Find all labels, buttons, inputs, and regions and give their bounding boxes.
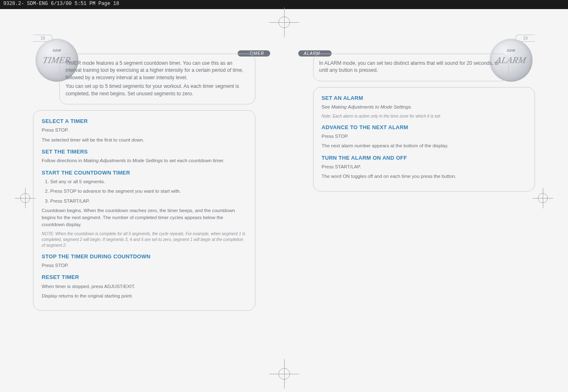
- watch-brand-left: SDM: [52, 49, 61, 52]
- section-title: STOP THE TIMER DURING COUNTDOWN: [42, 253, 247, 261]
- page-spread: 18 TIMER SDM TIMER TIMER mode features a…: [0, 15, 568, 392]
- intro-block-alarm: In ALARM mode, you can set two distinct …: [313, 54, 509, 81]
- text-run-emphasis: Making Adjustments to Mode Settings: [331, 104, 411, 109]
- intro-paragraph: You can set up to 5 timed segments for y…: [66, 83, 249, 97]
- section-title: RESET TIMER: [42, 273, 247, 281]
- body-text: Display returns to the original starting…: [42, 293, 247, 300]
- intro-paragraph: TIMER mode features a 5 segment countdow…: [66, 60, 249, 81]
- section-title: START THE COUNTDOWN TIMER: [42, 169, 247, 177]
- body-text: See Making Adjustments to Mode Settings.: [322, 104, 527, 111]
- step-item: 3. Press START/LAP.: [42, 198, 247, 205]
- page-right: 19 ALARM SDM ALARM In ALARM mode, you ca…: [284, 15, 568, 392]
- step-item: 1. Set any or all 5 segments.: [42, 178, 247, 185]
- intro-block-timer: TIMER mode features a 5 segment countdow…: [59, 54, 255, 104]
- text-run-emphasis: Making Adjustments to Mode Settings: [83, 158, 163, 163]
- section-title: SET THE TIMERS: [42, 148, 247, 156]
- prepress-filename: 9328.2- SDM-ENG 6/13/00 5:51 PM Page 18: [3, 1, 119, 7]
- body-text: The word ON toggles off and on each time…: [322, 173, 527, 180]
- body-block-alarm: SET AN ALARM See Making Adjustments to M…: [313, 87, 535, 191]
- section-title: SET AN ALARM: [322, 94, 527, 102]
- body-text: Press STOP.: [42, 262, 247, 269]
- watch-brand-right: SDM: [507, 49, 516, 52]
- body-text: Press START/LAP.: [322, 163, 527, 170]
- text-run: to set each countdown timer.: [163, 158, 225, 163]
- body-text: Press STOP.: [42, 127, 247, 134]
- intro-paragraph: In ALARM mode, you can set two distinct …: [319, 60, 503, 74]
- page-left: 18 TIMER SDM TIMER TIMER mode features a…: [0, 15, 284, 392]
- body-text: The next alarm number appears at the bot…: [322, 142, 527, 149]
- section-title: ADVANCE TO THE NEXT ALARM: [322, 123, 527, 132]
- prepress-header: 9328.2- SDM-ENG 6/13/00 5:51 PM Page 18: [0, 0, 568, 9]
- body-text: Countdown begins. When the countdown rea…: [42, 207, 247, 229]
- note-text: NOTE: When the countdown is complete for…: [42, 231, 247, 248]
- note-text: Note: Each alarm is active only in the t…: [322, 113, 527, 119]
- text-run: See: [322, 104, 332, 109]
- text-run: .: [411, 104, 412, 109]
- body-text: Press STOP.: [322, 133, 527, 140]
- text-run: Follow directions in: [42, 158, 83, 163]
- body-text: The selected timer will be the first to …: [42, 137, 247, 144]
- step-item: 2. Press STOP to advance to the segment …: [42, 188, 247, 195]
- body-text: When timer is stopped, press ADJUST/EXIT…: [42, 283, 247, 290]
- section-title: TURN THE ALARM ON AND OFF: [322, 154, 527, 162]
- section-title: SELECT A TIMER: [42, 117, 247, 125]
- body-text: Follow directions in Making Adjustments …: [42, 157, 247, 164]
- body-block-timer: SELECT A TIMER Press STOP. The selected …: [33, 110, 255, 311]
